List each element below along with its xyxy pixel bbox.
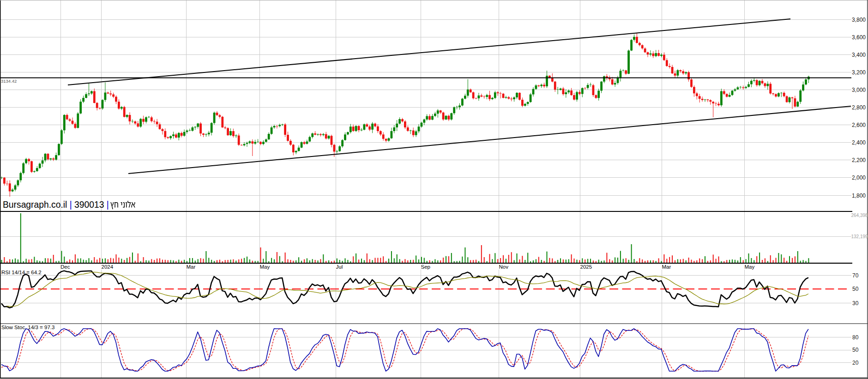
svg-text:2,400: 2,400 <box>852 139 866 146</box>
svg-text:May: May <box>260 264 270 270</box>
svg-text:50: 50 <box>852 286 859 292</box>
svg-text:Nov: Nov <box>499 264 509 270</box>
svg-text:Mar: Mar <box>187 264 196 270</box>
svg-text:2,800: 2,800 <box>852 104 866 111</box>
svg-text:3,200: 3,200 <box>852 69 866 76</box>
svg-text:3,600: 3,600 <box>852 34 866 41</box>
svg-text:Dec: Dec <box>60 264 70 270</box>
svg-text:30: 30 <box>852 300 859 307</box>
svg-text:2025: 2025 <box>580 264 592 270</box>
svg-text:2024: 2024 <box>102 264 114 270</box>
svg-text:2,000: 2,000 <box>852 174 866 181</box>
svg-text:1,800: 1,800 <box>852 193 866 199</box>
svg-text:132,199: 132,199 <box>851 234 868 239</box>
svg-text:Sep: Sep <box>421 264 430 270</box>
svg-text:70: 70 <box>852 272 859 279</box>
svg-text:3,000: 3,000 <box>852 87 866 93</box>
svg-text:80: 80 <box>852 334 859 341</box>
svg-text:3134.42: 3134.42 <box>1 78 17 84</box>
svg-text:Jul: Jul <box>336 264 343 270</box>
svg-text:May: May <box>745 264 755 270</box>
svg-text:Mar: Mar <box>662 264 671 270</box>
svg-text:Bursagraph.co.il | 390013 |: Bursagraph.co.il | 390013 | <box>3 200 109 210</box>
svg-text:2,600: 2,600 <box>852 122 866 128</box>
svg-text:RSI 14/14 = 64.2: RSI 14/14 = 64.2 <box>1 270 42 275</box>
svg-text:3,800: 3,800 <box>852 17 866 23</box>
svg-text:2,200: 2,200 <box>852 157 866 163</box>
svg-text:3,400: 3,400 <box>852 52 866 58</box>
svg-text:264,398: 264,398 <box>851 213 868 218</box>
svg-text:50: 50 <box>852 347 859 353</box>
svg-text:Slow Stoc. 14/3 = 97.3: Slow Stoc. 14/3 = 97.3 <box>1 325 54 330</box>
svg-text:20: 20 <box>852 360 859 366</box>
